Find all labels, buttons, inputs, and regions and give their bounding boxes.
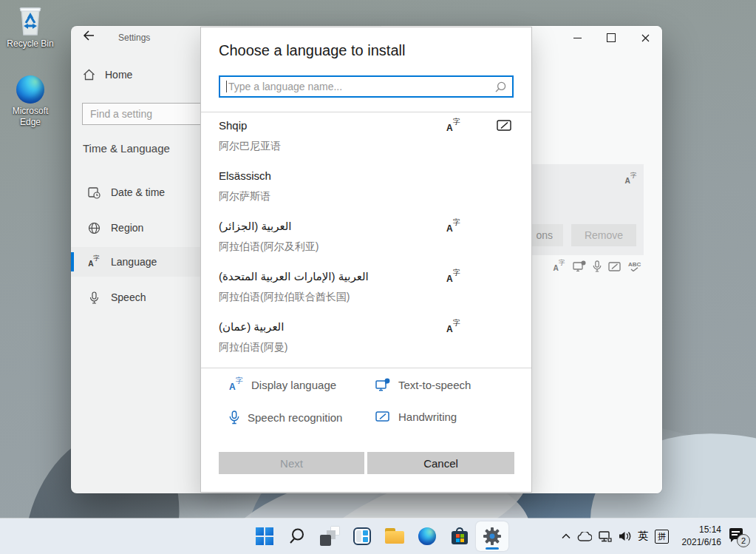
start-button[interactable] <box>248 521 281 551</box>
desktop: Recycle Bin Microsoft Edge Settings Home… <box>0 0 756 554</box>
display-language-icon: A字 <box>446 119 460 135</box>
language-row-elsassisch[interactable]: Elsässisch 阿尔萨斯语 <box>201 163 531 213</box>
notification-badge: 2 <box>737 534 750 547</box>
gear-icon <box>483 527 502 546</box>
handwriting-icon <box>608 261 622 272</box>
sidebar-item-label: Speech <box>111 291 146 303</box>
desktop-icon-recycle-bin[interactable]: Recycle Bin <box>4 4 57 50</box>
ime-language-indicator[interactable]: 英 <box>638 530 648 543</box>
language-row-arabic-algeria[interactable]: العربية (الجزائر) 阿拉伯语(阿尔及利亚) A字 <box>201 213 531 263</box>
globe-icon <box>87 222 101 234</box>
sidebar-item-label: Language <box>111 256 157 268</box>
volume-icon[interactable] <box>619 530 631 542</box>
edge-button[interactable] <box>411 521 443 551</box>
language-name: العربية (الجزائر) <box>219 220 291 233</box>
language-translation: 阿拉伯语(阿曼) <box>219 341 287 354</box>
taskbar: 英 拼 15:14 2021/6/16 2 <box>0 518 756 554</box>
language-row-arabic-oman[interactable]: العربية (عمان) 阿拉伯语(阿曼) A字 <box>201 314 531 364</box>
next-button[interactable]: Next <box>219 452 364 474</box>
notification-icon-line <box>732 531 740 533</box>
text-caret <box>226 81 227 92</box>
legend-speech-recognition: Speech recognition <box>229 411 342 425</box>
home-icon <box>83 69 95 81</box>
options-button-label: ons <box>536 229 553 241</box>
widgets-button[interactable] <box>346 521 378 551</box>
search-icon <box>495 81 506 92</box>
language-feature-icons: A字 ABC <box>552 260 641 273</box>
search-icon <box>288 527 306 545</box>
sidebar-item-label: Date & time <box>111 186 165 198</box>
settings-button[interactable] <box>476 521 508 551</box>
maximize-button[interactable] <box>594 26 628 50</box>
legend-label: Speech recognition <box>248 411 342 424</box>
date-time-icon <box>87 186 101 199</box>
legend-text-to-speech: Text-to-speech <box>375 378 471 391</box>
remove-button[interactable]: Remove <box>571 224 636 246</box>
cancel-button[interactable]: Cancel <box>367 452 514 474</box>
legend-handwriting: Handwriting <box>375 411 457 423</box>
language-row-arabic-uae[interactable]: العربية (الإمارات العربية المتحدة) 阿拉伯语(… <box>201 263 531 314</box>
store-icon <box>451 527 469 545</box>
back-button[interactable] <box>83 30 103 50</box>
legend-label: Display language <box>251 379 336 391</box>
display-language-icon: A字 <box>229 378 243 391</box>
text-to-speech-icon <box>573 260 586 272</box>
microphone-icon <box>593 260 602 272</box>
display-language-icon: A字 <box>446 270 460 286</box>
legend-label: Text-to-speech <box>398 379 471 391</box>
display-language-icon: A字 <box>87 255 101 268</box>
cancel-button-label: Cancel <box>423 457 458 470</box>
find-a-setting-placeholder: Find a setting <box>90 108 152 120</box>
store-button[interactable] <box>443 521 476 551</box>
task-view-icon <box>320 527 339 546</box>
spellcheck-icon: ABC <box>628 262 641 271</box>
file-explorer-button[interactable] <box>378 521 411 551</box>
display-language-icon: A字 <box>446 220 460 236</box>
edge-icon <box>418 527 436 545</box>
notification-center-button[interactable]: 2 <box>728 527 749 546</box>
language-translation: 阿拉伯语(阿拉伯联合酋长国) <box>219 291 350 304</box>
legend-display-language: A字 Display language <box>229 378 336 391</box>
search-placeholder: Type a language name... <box>228 81 495 92</box>
widgets-icon <box>353 527 371 545</box>
language-row-shqip[interactable]: Shqip 阿尔巴尼亚语 A字 <box>201 112 531 163</box>
minimize-icon <box>573 38 582 38</box>
desktop-icon-label: Recycle Bin <box>4 38 57 50</box>
start-icon <box>256 527 273 545</box>
language-search-input[interactable]: Type a language name... <box>219 75 514 98</box>
network-icon[interactable] <box>599 531 612 542</box>
recycle-bin-icon <box>16 4 45 36</box>
separator <box>201 368 531 368</box>
desktop-icon-microsoft-edge[interactable]: Microsoft Edge <box>4 75 57 128</box>
tray-time: 15:14 <box>675 524 721 536</box>
language-name: العربية (الإمارات العربية المتحدة) <box>219 270 369 283</box>
tray-chevron-up-icon[interactable] <box>562 533 571 539</box>
back-arrow-icon <box>83 30 95 41</box>
language-translation: 阿尔巴尼亚语 <box>219 140 281 153</box>
display-language-icon: A字 <box>624 172 638 189</box>
handwriting-icon <box>497 119 512 132</box>
sidebar-item-label: Region <box>111 222 143 234</box>
close-button[interactable] <box>628 26 662 50</box>
choose-language-dialog: Choose a language to install Type a lang… <box>201 27 531 492</box>
sidebar-item-label: Home <box>105 69 132 81</box>
onedrive-cloud-icon[interactable] <box>577 532 592 541</box>
language-translation: 阿尔萨斯语 <box>219 190 270 203</box>
task-view-button[interactable] <box>313 521 346 551</box>
text-to-speech-icon <box>375 378 390 391</box>
window-title: Settings <box>118 33 150 43</box>
taskbar-search-button[interactable] <box>281 521 313 551</box>
desktop-icon-label: Microsoft Edge <box>4 106 57 128</box>
tray-clock[interactable]: 15:14 2021/6/16 <box>675 524 721 549</box>
minimize-button[interactable] <box>560 26 594 50</box>
handwriting-icon <box>375 411 390 423</box>
language-name: العربية (عمان) <box>219 320 284 334</box>
ime-mode-indicator[interactable]: 拼 <box>655 530 669 544</box>
sidebar-item-home[interactable]: Home <box>83 69 132 81</box>
maximize-icon <box>607 33 616 42</box>
language-name: Shqip <box>219 119 247 132</box>
active-app-indicator <box>486 547 499 550</box>
microphone-icon <box>229 411 239 425</box>
language-translation: 阿拉伯语(阿尔及利亚) <box>219 240 319 254</box>
legend-label: Handwriting <box>398 411 457 423</box>
